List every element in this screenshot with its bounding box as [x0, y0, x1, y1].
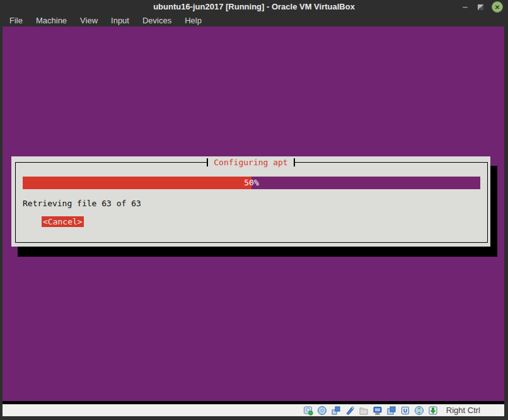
features-chip-icon[interactable]: U	[400, 405, 410, 416]
close-icon: ✕	[495, 4, 500, 11]
display-icon[interactable]	[372, 405, 383, 416]
svg-text:U: U	[403, 407, 407, 414]
video-capture-icon[interactable]	[386, 405, 396, 416]
progress-bar: 50%	[23, 177, 480, 189]
dialog-status-text: Retrieving file 63 of 63	[23, 198, 141, 209]
menu-help[interactable]: Help	[185, 16, 202, 25]
menu-devices[interactable]: Devices	[142, 16, 171, 25]
configuring-apt-dialog: Configuring apt 50% Retrieving file 63 o…	[11, 156, 490, 247]
title-tick-right	[294, 158, 295, 166]
host-key-label: Right Ctrl	[446, 405, 480, 415]
keyboard-host-icon[interactable]	[428, 405, 438, 416]
menu-file[interactable]: File	[9, 16, 23, 25]
close-button[interactable]: ✕	[492, 1, 503, 13]
shared-folders-icon[interactable]	[359, 405, 369, 416]
titlebar: ubuntu16-jun2017 [Running] - Oracle VM V…	[0, 0, 508, 14]
minimize-button[interactable]: –	[461, 1, 470, 13]
optical-drives-icon[interactable]	[317, 405, 327, 416]
menu-input[interactable]: Input	[111, 16, 129, 25]
menubar: File Machine View Input Devices Help	[0, 14, 508, 26]
hard-disks-icon[interactable]	[303, 405, 313, 416]
network-adapters-icon[interactable]	[331, 405, 341, 416]
virtualbox-window: ubuntu16-jun2017 [Running] - Oracle VM V…	[0, 0, 508, 420]
menu-machine[interactable]: Machine	[36, 16, 67, 25]
dialog-title-row: Configuring apt	[11, 157, 490, 168]
dialog-title: Configuring apt	[208, 157, 293, 168]
menu-view[interactable]: View	[80, 16, 98, 25]
progress-percent-label: 50%	[23, 177, 480, 189]
mouse-integration-icon[interactable]	[414, 405, 424, 416]
usb-devices-icon[interactable]	[345, 405, 355, 416]
statusbar: U Right Ctrl	[3, 404, 504, 416]
window-title: ubuntu16-jun2017 [Running] - Oracle VM V…	[0, 0, 508, 14]
window-controls: – ✕	[461, 0, 503, 14]
vm-screen[interactable]: Configuring apt 50% Retrieving file 63 o…	[3, 26, 504, 404]
restore-button[interactable]	[478, 4, 483, 10]
cancel-button[interactable]: <Cancel>	[42, 216, 84, 227]
